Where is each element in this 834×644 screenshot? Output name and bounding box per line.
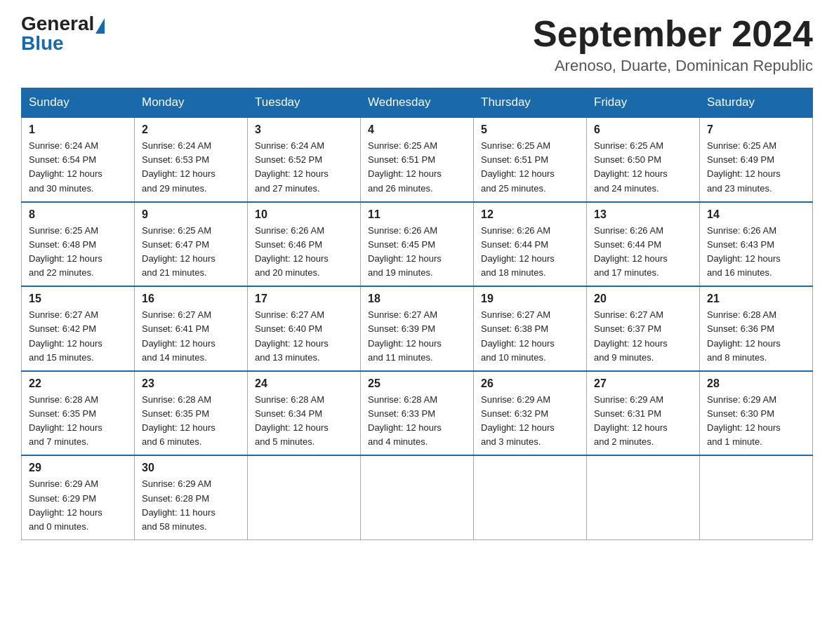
day-number: 18 — [368, 293, 466, 305]
daylight-text-line1: Daylight: 12 hours — [29, 422, 102, 433]
calendar-cell: 8Sunrise: 6:25 AMSunset: 6:48 PMDaylight… — [22, 202, 135, 287]
logo: General Blue — [21, 14, 106, 55]
sunrise-text: Sunrise: 6:26 AM — [481, 225, 550, 236]
sunset-text: Sunset: 6:52 PM — [255, 154, 322, 165]
sunrise-text: Sunrise: 6:25 AM — [29, 225, 98, 236]
day-info: Sunrise: 6:25 AMSunset: 6:51 PMDaylight:… — [481, 139, 579, 196]
calendar-header-row: SundayMondayTuesdayWednesdayThursdayFrid… — [22, 88, 813, 118]
daylight-text-line2: and 13 minutes. — [255, 352, 320, 363]
sunset-text: Sunset: 6:36 PM — [707, 323, 774, 334]
sunrise-text: Sunrise: 6:26 AM — [255, 225, 324, 236]
daylight-text-line1: Daylight: 12 hours — [142, 168, 216, 179]
sunset-text: Sunset: 6:49 PM — [707, 154, 774, 165]
day-info: Sunrise: 6:26 AMSunset: 6:44 PMDaylight:… — [594, 224, 692, 281]
day-number: 26 — [481, 377, 579, 390]
daylight-text-line1: Daylight: 12 hours — [255, 253, 329, 264]
daylight-text-line2: and 6 minutes. — [142, 436, 201, 447]
day-info: Sunrise: 6:26 AMSunset: 6:45 PMDaylight:… — [368, 224, 466, 281]
sunrise-text: Sunrise: 6:28 AM — [29, 394, 98, 405]
day-info: Sunrise: 6:24 AMSunset: 6:54 PMDaylight:… — [29, 139, 127, 196]
daylight-text-line1: Daylight: 12 hours — [707, 253, 781, 264]
daylight-text-line1: Daylight: 11 hours — [142, 507, 216, 518]
sunset-text: Sunset: 6:35 PM — [142, 408, 209, 419]
col-header-sunday: Sunday — [22, 88, 135, 118]
day-info: Sunrise: 6:25 AMSunset: 6:51 PMDaylight:… — [368, 139, 466, 196]
day-info: Sunrise: 6:27 AMSunset: 6:38 PMDaylight:… — [481, 308, 579, 365]
sunrise-text: Sunrise: 6:24 AM — [29, 140, 98, 151]
calendar-cell — [700, 455, 813, 539]
daylight-text-line1: Daylight: 12 hours — [594, 338, 668, 349]
day-info: Sunrise: 6:25 AMSunset: 6:47 PMDaylight:… — [142, 224, 240, 281]
sunrise-text: Sunrise: 6:27 AM — [29, 309, 98, 320]
calendar-cell: 15Sunrise: 6:27 AMSunset: 6:42 PMDayligh… — [22, 286, 135, 371]
day-info: Sunrise: 6:27 AMSunset: 6:42 PMDaylight:… — [29, 308, 127, 365]
sunrise-text: Sunrise: 6:25 AM — [594, 140, 663, 151]
daylight-text-line2: and 19 minutes. — [368, 267, 433, 278]
day-info: Sunrise: 6:26 AMSunset: 6:43 PMDaylight:… — [707, 224, 805, 281]
daylight-text-line1: Daylight: 12 hours — [368, 422, 442, 433]
daylight-text-line2: and 4 minutes. — [368, 436, 428, 447]
sunrise-text: Sunrise: 6:25 AM — [142, 225, 211, 236]
sunset-text: Sunset: 6:44 PM — [481, 239, 548, 250]
calendar-cell — [248, 455, 361, 539]
day-info: Sunrise: 6:25 AMSunset: 6:50 PMDaylight:… — [594, 139, 692, 196]
calendar-cell: 30Sunrise: 6:29 AMSunset: 6:28 PMDayligh… — [135, 455, 248, 539]
day-number: 24 — [255, 377, 353, 390]
sunset-text: Sunset: 6:50 PM — [594, 154, 661, 165]
calendar-cell: 10Sunrise: 6:26 AMSunset: 6:46 PMDayligh… — [248, 202, 361, 287]
day-info: Sunrise: 6:29 AMSunset: 6:28 PMDaylight:… — [142, 477, 240, 534]
calendar-table: SundayMondayTuesdayWednesdayThursdayFrid… — [21, 88, 813, 540]
calendar-cell: 23Sunrise: 6:28 AMSunset: 6:35 PMDayligh… — [135, 371, 248, 456]
sunrise-text: Sunrise: 6:25 AM — [481, 140, 550, 151]
day-info: Sunrise: 6:24 AMSunset: 6:52 PMDaylight:… — [255, 139, 353, 196]
day-number: 29 — [29, 462, 127, 474]
day-number: 9 — [142, 208, 240, 221]
day-number: 7 — [707, 123, 805, 136]
daylight-text-line2: and 9 minutes. — [594, 352, 654, 363]
sunset-text: Sunset: 6:41 PM — [142, 323, 209, 334]
sunrise-text: Sunrise: 6:29 AM — [142, 478, 211, 489]
daylight-text-line1: Daylight: 12 hours — [142, 422, 216, 433]
daylight-text-line2: and 5 minutes. — [255, 436, 315, 447]
sunrise-text: Sunrise: 6:27 AM — [368, 309, 437, 320]
sunrise-text: Sunrise: 6:24 AM — [255, 140, 324, 151]
daylight-text-line2: and 18 minutes. — [481, 267, 546, 278]
sunrise-text: Sunrise: 6:26 AM — [594, 225, 663, 236]
day-info: Sunrise: 6:28 AMSunset: 6:34 PMDaylight:… — [255, 393, 353, 450]
daylight-text-line1: Daylight: 12 hours — [368, 168, 442, 179]
day-info: Sunrise: 6:27 AMSunset: 6:39 PMDaylight:… — [368, 308, 466, 365]
day-number: 14 — [707, 208, 805, 221]
sunset-text: Sunset: 6:54 PM — [29, 154, 96, 165]
logo-general-text: General — [21, 14, 94, 34]
day-info: Sunrise: 6:29 AMSunset: 6:31 PMDaylight:… — [594, 393, 692, 450]
daylight-text-line2: and 14 minutes. — [142, 352, 207, 363]
sunset-text: Sunset: 6:48 PM — [29, 239, 96, 250]
daylight-text-line2: and 24 minutes. — [594, 183, 659, 194]
sunset-text: Sunset: 6:35 PM — [29, 408, 96, 419]
calendar-cell: 5Sunrise: 6:25 AMSunset: 6:51 PMDaylight… — [474, 117, 587, 202]
calendar-cell — [474, 455, 587, 539]
title-section: September 2024 Arenoso, Duarte, Dominica… — [533, 14, 813, 75]
col-header-friday: Friday — [587, 88, 700, 118]
day-number: 16 — [142, 293, 240, 305]
calendar-cell: 27Sunrise: 6:29 AMSunset: 6:31 PMDayligh… — [587, 371, 700, 456]
daylight-text-line1: Daylight: 12 hours — [29, 253, 102, 264]
sunset-text: Sunset: 6:30 PM — [707, 408, 774, 419]
daylight-text-line1: Daylight: 12 hours — [255, 422, 329, 433]
calendar-cell — [361, 455, 474, 539]
sunrise-text: Sunrise: 6:28 AM — [368, 394, 437, 405]
daylight-text-line1: Daylight: 12 hours — [594, 253, 668, 264]
col-header-saturday: Saturday — [700, 88, 813, 118]
day-info: Sunrise: 6:29 AMSunset: 6:32 PMDaylight:… — [481, 393, 579, 450]
sunset-text: Sunset: 6:37 PM — [594, 323, 661, 334]
day-number: 11 — [368, 208, 466, 221]
sunset-text: Sunset: 6:47 PM — [142, 239, 209, 250]
sunrise-text: Sunrise: 6:29 AM — [594, 394, 663, 405]
day-number: 4 — [368, 123, 466, 136]
day-number: 30 — [142, 462, 240, 474]
day-info: Sunrise: 6:27 AMSunset: 6:37 PMDaylight:… — [594, 308, 692, 365]
calendar-cell: 19Sunrise: 6:27 AMSunset: 6:38 PMDayligh… — [474, 286, 587, 371]
sunrise-text: Sunrise: 6:28 AM — [142, 394, 211, 405]
calendar-cell: 12Sunrise: 6:26 AMSunset: 6:44 PMDayligh… — [474, 202, 587, 287]
calendar-cell: 25Sunrise: 6:28 AMSunset: 6:33 PMDayligh… — [361, 371, 474, 456]
